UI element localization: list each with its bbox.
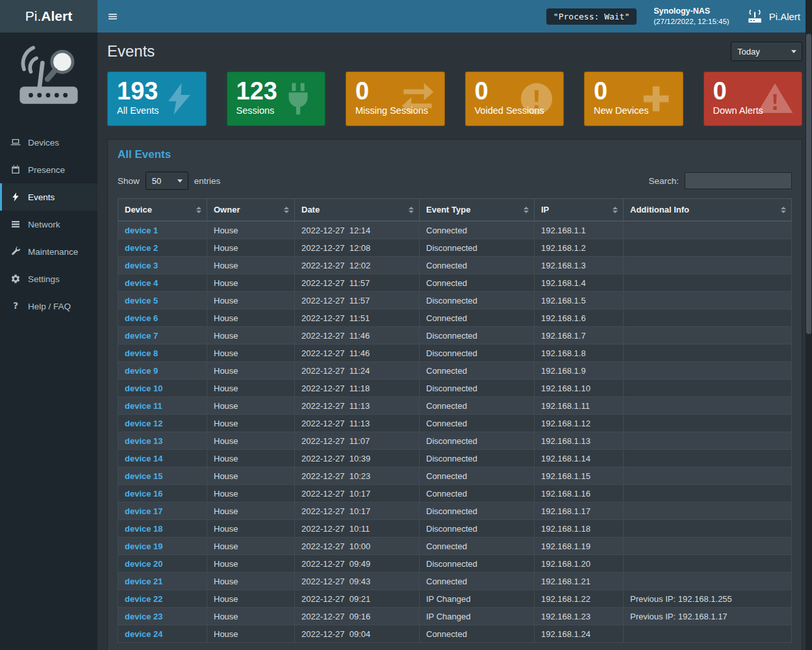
page-length-select[interactable]: 50	[146, 172, 188, 190]
page-length-control: Show 50 entries	[118, 172, 220, 190]
table-row: device 9House2022-12-27 11:24Connected19…	[118, 362, 792, 380]
event-type-cell: Disconnected	[420, 292, 535, 309]
host-name: Synology-NAS	[653, 6, 729, 16]
page-scrollbar[interactable]	[806, 0, 812, 650]
ip-cell: 192.168.1.14	[535, 450, 624, 467]
sidebar-nav: DevicesPresenceEventsNetworkMaintenanceS…	[0, 129, 97, 320]
sidebar-item-settings[interactable]: Settings	[0, 265, 97, 292]
device-link[interactable]: device 13	[125, 436, 163, 446]
event-type-cell: Connected	[420, 309, 535, 327]
device-cell: device 3	[118, 257, 207, 274]
device-link[interactable]: device 15	[125, 471, 163, 481]
device-link[interactable]: device 14	[125, 454, 163, 463]
summary-card-missing-sessions[interactable]: 0Missing Sessions	[346, 72, 445, 126]
host-timestamp: (27/12/2022, 12:15:45)	[653, 17, 729, 27]
device-link[interactable]: device 6	[125, 313, 158, 323]
main-content: Events Today 193All Events123Sessions0Mi…	[97, 32, 812, 650]
summary-card-new-devices[interactable]: 0New Devices	[584, 72, 683, 126]
device-link[interactable]: device 2	[125, 243, 158, 253]
date-cell: 2022-12-27 10:39	[295, 450, 420, 467]
owner-cell: House	[207, 573, 295, 590]
device-link[interactable]: device 8	[125, 348, 158, 358]
column-header-owner[interactable]: Owner	[207, 199, 295, 222]
sidebar-item-maintenance[interactable]: Maintenance	[0, 238, 97, 265]
date-cell: 2022-12-27 11:24	[295, 362, 420, 380]
device-link[interactable]: device 16	[125, 489, 163, 499]
event-type-cell: Connected	[420, 467, 535, 485]
column-header-date[interactable]: Date	[295, 199, 420, 222]
summary-card-voided-sessions[interactable]: 0Voided Sessions	[465, 72, 565, 126]
event-type-cell: Connected	[420, 221, 535, 239]
period-select[interactable]: Today	[731, 42, 802, 61]
device-cell: device 10	[118, 380, 207, 397]
date-cell: 2022-12-27 11:13	[295, 415, 420, 432]
device-link[interactable]: device 11	[125, 401, 162, 411]
date-cell: 2022-12-27 11:07	[295, 432, 420, 450]
additional-info-cell	[624, 415, 792, 432]
sidebar-item-presence[interactable]: Presence	[0, 156, 97, 183]
summary-card-sessions[interactable]: 123Sessions	[227, 72, 326, 126]
panel-title: All Events	[118, 148, 792, 161]
device-link[interactable]: device 20	[125, 559, 163, 569]
device-cell: device 2	[118, 239, 207, 257]
ip-cell: 192.168.1.4	[535, 274, 624, 292]
device-link[interactable]: device 23	[125, 612, 163, 621]
sidebar-item-network[interactable]: Network	[0, 211, 97, 238]
device-link[interactable]: device 12	[125, 419, 163, 428]
device-link[interactable]: device 19	[125, 541, 163, 551]
column-header-event-type[interactable]: Event Type	[420, 199, 535, 222]
table-row: device 22House2022-12-27 09:21IP Changed…	[118, 590, 792, 608]
device-link[interactable]: device 21	[125, 577, 163, 586]
device-cell: device 8	[118, 344, 207, 362]
event-type-cell: Disconnected	[420, 327, 535, 344]
process-status-badge: "Process: Wait"	[546, 8, 637, 25]
navbar-right: "Process: Wait" Synology-NAS (27/12/2022…	[546, 6, 812, 26]
device-link[interactable]: device 5	[125, 296, 158, 306]
column-header-ip[interactable]: IP	[535, 199, 624, 222]
table-row: device 1House2022-12-27 12:14Connected19…	[118, 221, 792, 239]
sidebar-item-devices[interactable]: Devices	[0, 129, 97, 156]
device-link[interactable]: device 18	[125, 524, 163, 534]
events-table: DeviceOwnerDateEvent TypeIPAdditional In…	[118, 198, 792, 643]
device-link[interactable]: device 1	[125, 226, 158, 235]
events-table-head: DeviceOwnerDateEvent TypeIPAdditional In…	[118, 199, 792, 222]
device-link[interactable]: device 22	[125, 594, 163, 604]
additional-info-cell	[624, 432, 792, 450]
host-info: Synology-NAS (27/12/2022, 12:15:45)	[653, 6, 729, 26]
owner-cell: House	[207, 221, 295, 239]
ip-cell: 192.168.1.21	[535, 573, 624, 590]
search-input[interactable]	[685, 172, 792, 189]
device-cell: device 18	[118, 520, 207, 538]
owner-cell: House	[207, 450, 295, 467]
ip-cell: 192.168.1.12	[535, 415, 624, 432]
table-row: device 13House2022-12-27 11:07Disconnect…	[118, 432, 792, 450]
sidebar-toggle-button[interactable]	[97, 0, 127, 32]
sidebar-item-help-faq[interactable]: ?Help / FAQ	[0, 292, 97, 320]
sidebar-item-events[interactable]: Events	[0, 183, 97, 211]
column-header-additional-info[interactable]: Additional Info	[624, 199, 792, 222]
summary-card-all-events[interactable]: 193All Events	[107, 72, 207, 126]
device-link[interactable]: device 7	[125, 331, 158, 341]
additional-info-cell: Previous IP: 192.168.1.255	[624, 590, 792, 608]
summary-card-down-alerts[interactable]: 0Down Alerts	[704, 72, 803, 126]
column-header-device[interactable]: Device	[118, 199, 207, 222]
scrollbar-thumb[interactable]	[806, 34, 811, 334]
device-link[interactable]: device 3	[125, 261, 158, 270]
date-cell: 2022-12-27 09:16	[295, 608, 420, 625]
owner-cell: House	[207, 380, 295, 397]
device-cell: device 12	[118, 415, 207, 432]
ip-cell: 192.168.1.1	[535, 221, 624, 239]
device-link[interactable]: device 4	[125, 278, 158, 288]
device-cell: device 16	[118, 485, 207, 502]
router-icon	[746, 8, 763, 25]
app-logo[interactable]: Pi.Alert	[0, 0, 97, 32]
device-link[interactable]: device 17	[125, 506, 163, 516]
owner-cell: House	[207, 555, 295, 573]
warning-triangle-icon	[756, 80, 794, 118]
table-row: device 20House2022-12-27 09:49Disconnect…	[118, 555, 792, 573]
device-link[interactable]: device 9	[125, 366, 158, 376]
device-link[interactable]: device 24	[125, 629, 163, 639]
additional-info-cell	[624, 221, 792, 239]
device-link[interactable]: device 10	[125, 384, 163, 393]
additional-info-cell	[624, 555, 792, 573]
